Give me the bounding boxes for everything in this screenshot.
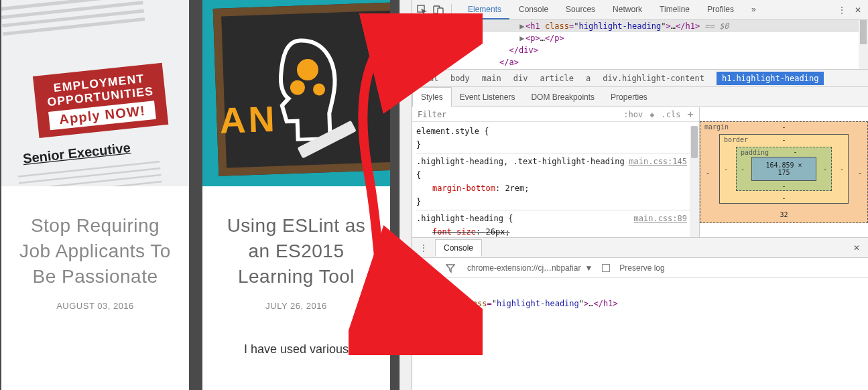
crumb-a[interactable]: a — [586, 74, 591, 83]
preserve-log-label: Preserve log — [619, 263, 664, 273]
crumb-main[interactable]: main — [482, 74, 501, 83]
card-image: EMPLOYMENT OPPORTUNITIES Apply NOW! Seni… — [1, 0, 189, 186]
tab-elements[interactable]: Elements — [460, 0, 509, 19]
newspaper-heading: Senior Executive — [22, 140, 131, 166]
console-toolbar: chrome-extension://cj…nbpafiar ▼ Preserv… — [412, 258, 868, 278]
devtools-tabs: Elements Console Sources Network Timelin… — [460, 0, 833, 19]
card-date: JULY 26, 2016 — [202, 291, 390, 318]
chevron-down-icon: ▼ — [584, 263, 593, 273]
dom-node-selected[interactable]: ▶<h1 class="highlight-heading">…</h1> ==… — [412, 20, 868, 32]
close-icon[interactable]: ✕ — [849, 241, 864, 255]
box-model[interactable]: margin - 32 - - border - - - - padding - — [700, 121, 868, 223]
box-model-border-label: border — [724, 136, 748, 143]
card-image: AN — [202, 0, 390, 186]
css-rule[interactable]: main.css:145 .highlight-heading, .text-h… — [416, 155, 699, 208]
article-card[interactable]: AN Using ESLint as an ES2015 Learning To… — [202, 0, 390, 390]
svg-point-2 — [313, 83, 326, 96]
device-toggle-icon[interactable] — [431, 3, 446, 17]
inspect-icon[interactable] — [415, 3, 430, 17]
dom-tree[interactable]: ▶<h1 class="highlight-heading">…</h1> ==… — [412, 20, 868, 70]
tab-more-icon[interactable]: » — [743, 0, 764, 19]
crumb-highlight-heading[interactable]: h1.highlight-heading — [717, 72, 824, 85]
context-selector[interactable]: chrome-extension://cj…nbpafiar ▼ — [467, 263, 593, 273]
article-card[interactable]: EMPLOYMENT OPPORTUNITIES Apply NOW! Seni… — [1, 0, 189, 390]
card-date: AUGUST 03, 2016 — [1, 291, 189, 318]
crumb-div[interactable]: div — [513, 74, 528, 83]
dom-node[interactable]: </div> — [412, 44, 868, 56]
tab-network[interactable]: Network — [605, 0, 650, 19]
text-cursor — [428, 315, 428, 324]
subtab-styles[interactable]: Styles — [412, 87, 452, 107]
card-title[interactable]: Stop Requiring Job Applicants To Be Pass… — [1, 186, 189, 291]
cls-toggle[interactable]: .cls — [661, 110, 680, 119]
tab-profiles[interactable]: Profiles — [699, 0, 742, 19]
source-link[interactable]: main.css:89 — [634, 212, 687, 225]
kebab-menu-icon[interactable]: ⋮ — [834, 3, 849, 17]
tab-timeline[interactable]: Timeline — [652, 0, 698, 19]
page-scrollbar[interactable] — [399, 0, 412, 390]
expand-toggle-icon[interactable]: ▶ — [519, 20, 525, 32]
crumb-html[interactable]: html — [419, 74, 438, 83]
svg-line-7 — [424, 265, 429, 271]
head-gears-icon — [259, 32, 351, 142]
expand-toggle-icon[interactable]: ▶ — [519, 32, 525, 44]
css-rules[interactable]: element.style { } main.css:145 .highligh… — [412, 122, 699, 237]
box-model-pane: margin - 32 - - border - - - - padding - — [699, 107, 868, 237]
breadcrumb: html body main div article a div.highlig… — [412, 70, 868, 87]
console-line[interactable]: ‹· ▶ <h1 class="highlight-heading">…</h1… — [412, 296, 868, 312]
svg-rect-5 — [438, 8, 443, 15]
add-rule-icon[interactable]: + — [687, 108, 694, 121]
subtab-event-listeners[interactable]: Event Listeners — [452, 88, 523, 107]
tab-sources[interactable]: Sources — [558, 0, 603, 19]
filter-icon[interactable] — [443, 261, 458, 275]
source-link[interactable]: main.css:145 — [629, 155, 687, 168]
console-output[interactable]: › $0 ‹· ▶ <h1 class="highlight-heading">… — [412, 278, 868, 390]
console-drawer-tab[interactable]: Console — [435, 239, 482, 257]
svg-point-0 — [296, 59, 318, 81]
kebab-menu-icon[interactable]: ⋮ — [416, 241, 431, 255]
styles-subtabs: Styles Event Listeners DOM Breakpoints P… — [412, 87, 868, 107]
close-icon[interactable]: ✕ — [851, 3, 865, 17]
crumb-article[interactable]: article — [540, 74, 574, 83]
svg-point-1 — [290, 80, 306, 95]
styles-pane: :hov ◈ .cls + element.style { } main.css… — [412, 107, 868, 238]
styles-filter-input[interactable] — [418, 110, 617, 119]
card-title[interactable]: Using ESLint as an ES2015 Learning Tool — [202, 186, 390, 291]
dom-scrollbar[interactable] — [859, 20, 868, 69]
crumb-body[interactable]: body — [450, 74, 470, 83]
dom-node[interactable]: </a> — [412, 56, 868, 68]
tab-console[interactable]: Console — [511, 0, 556, 19]
prompt-icon: › — [419, 313, 424, 326]
css-rule[interactable]: element.style { } — [416, 125, 699, 151]
console-line[interactable]: › $0 — [412, 279, 868, 296]
box-model-content: 164.859 × 175 — [751, 157, 816, 181]
expand-toggle-icon[interactable]: ▶ — [432, 297, 439, 310]
crumb-highlight-content[interactable]: div.highlight-content — [603, 74, 704, 83]
console-drawer-bar: ⋮ Console ✕ — [412, 238, 868, 258]
css-rule[interactable]: main.css:89 .highlight-heading { font-si… — [416, 212, 699, 237]
subtab-dom-breakpoints[interactable]: DOM Breakpoints — [523, 88, 603, 107]
console-input-line[interactable]: › — [412, 312, 868, 328]
hov-toggle[interactable]: :hov — [623, 110, 643, 119]
styles-scrollbar[interactable] — [690, 126, 699, 237]
subtab-properties[interactable]: Properties — [603, 88, 656, 107]
prompt-icon: › — [419, 281, 424, 294]
box-model-margin-label: margin — [704, 123, 729, 131]
ad-label: EMPLOYMENT OPPORTUNITIES Apply NOW! — [33, 63, 169, 138]
devtools-panel: Elements Console Sources Network Timelin… — [412, 0, 868, 390]
box-model-padding-label: padding — [741, 149, 769, 156]
clear-console-icon[interactable] — [419, 261, 434, 275]
devtools-topbar: Elements Console Sources Network Timelin… — [412, 0, 868, 20]
page-preview: EMPLOYMENT OPPORTUNITIES Apply NOW! Seni… — [0, 0, 412, 390]
diamond-icon[interactable]: ◈ — [649, 110, 654, 119]
preserve-log-checkbox[interactable] — [602, 264, 610, 272]
styles-filter-bar: :hov ◈ .cls + — [412, 107, 699, 122]
return-icon: ‹· — [419, 297, 428, 310]
card-excerpt: I have used various — [202, 318, 390, 359]
dom-node[interactable]: ▶<p>…</p> — [412, 32, 868, 44]
